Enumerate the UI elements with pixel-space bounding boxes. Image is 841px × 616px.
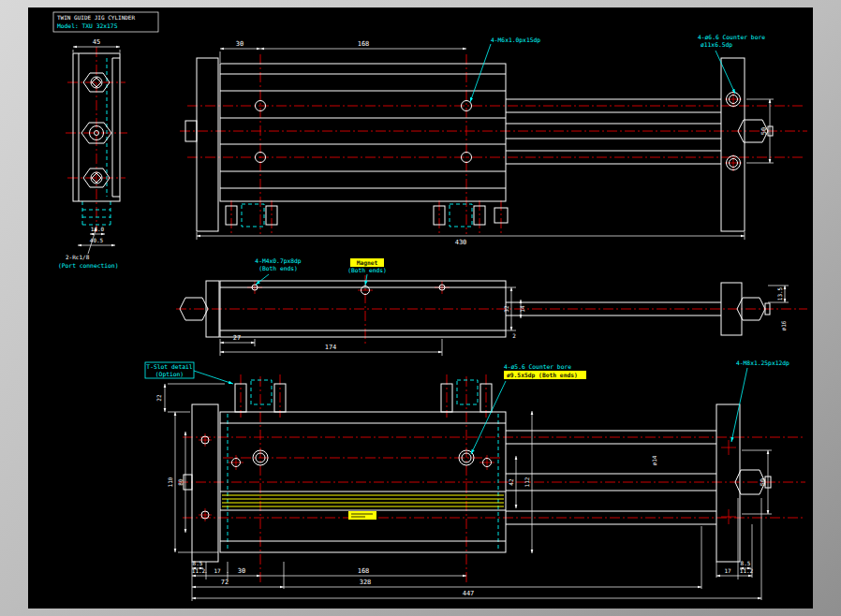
dim-left-b: 11.2: [192, 567, 206, 574]
note-magnet-line1: Magnet: [357, 259, 378, 267]
dim-overall-length: 430: [455, 239, 467, 246]
dim-hole-pitch: 168: [358, 40, 370, 48]
dim-bore: 42: [508, 478, 514, 486]
note-magnet-line2: (Both ends): [347, 267, 387, 273]
dim-hole-pitch: 168: [358, 567, 370, 575]
dim-body-height: 110: [167, 477, 173, 487]
dim-plate-vpitch: 50: [760, 478, 767, 486]
dim-port-offset: 16.0: [91, 226, 105, 232]
note-tap: 4-M8x1.25px12dp: [736, 359, 789, 367]
dim-mid: 328: [360, 579, 372, 586]
dim-step: 2: [512, 332, 516, 339]
dim-hole-offset: 30: [238, 567, 245, 575]
dim-right-b: 11.2: [740, 567, 754, 574]
dim-end-width: 45: [93, 38, 100, 46]
dim-height-overall: 112: [524, 477, 530, 487]
dim-left-c: 17: [214, 567, 221, 574]
note-tap-line2: (Both ends): [258, 265, 298, 271]
name-plate: [348, 511, 376, 520]
drawing-model: Model: TXU 32x175: [57, 22, 118, 29]
dim-port-span: 40.5: [90, 237, 104, 243]
note-tslot-line1: T-Slot detail: [146, 363, 192, 370]
dim-body-height: 32: [503, 305, 509, 313]
dim-left-d: 72: [221, 579, 229, 586]
note-tap-line1: 4-M4x0.7px8dp: [255, 257, 301, 265]
note-cbore-line2: ø9.5x5dp (Both ends): [507, 372, 578, 379]
dim-right-c: 17: [724, 567, 731, 574]
dim-hole-vpitch: 80: [177, 478, 184, 486]
note-port: 2-Rc1/8: [66, 254, 90, 260]
dim-hole-offset: 30: [236, 40, 243, 48]
dim-hole-offset: 27: [233, 334, 241, 342]
dim-plate-pitch: 50: [760, 127, 768, 135]
dim-hole-pitch: 174: [325, 344, 337, 351]
dim-left-a: 8.5: [193, 560, 203, 566]
drawing-canvas: [28, 7, 813, 609]
dim-tslot-height: 22: [155, 394, 162, 402]
cad-drawing-viewport: TWIN GUIDE JIG CYLINDER Model: TXU 32x17…: [0, 0, 841, 616]
dim-overall-length: 447: [463, 590, 475, 597]
note-cbore-line1: 4-ø6.6 Counter bore: [698, 34, 765, 40]
dim-right-a: 8.5: [741, 560, 751, 566]
dim-rod-dia: ø14: [651, 455, 657, 465]
note-cbore-line1: 4-ø5.6 Counter bore: [504, 363, 571, 370]
dim-rod-dia: ø16: [780, 320, 787, 330]
dim-rail: 14: [519, 305, 525, 313]
note-tslot-line2: (Option): [155, 371, 184, 378]
note-port-sub: (Port connection): [58, 262, 118, 269]
note-cbore-line2: ø11x6.5dp: [701, 41, 732, 49]
drawing-title: TWIN GUIDE JIG CYLINDER: [57, 14, 135, 21]
dim-rod-offset: 13.5: [776, 286, 783, 301]
note-tap: 4-M6x1.0px15dp: [491, 37, 540, 44]
